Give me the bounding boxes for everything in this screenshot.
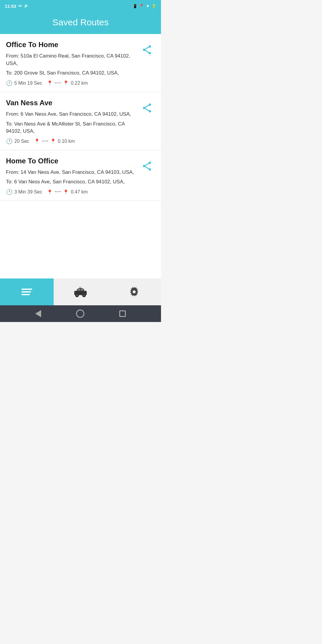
page-title: Saved Routes [5,17,156,27]
route-info-3: Home To Office From: 14 Van Ness Ave, Sa… [6,157,139,195]
svg-point-7 [149,110,151,112]
system-back-button[interactable] [35,310,41,317]
route-meta-3: 🕐 3 Min 39 Sec 📍 📍 0.47 km [6,189,134,195]
status-bar: 11:53 ✂ P 📳 📍 ▼ 🔋 [0,0,161,12]
empty-space [0,201,161,237]
routes-list: Office To Home From: 510a El Camino Real… [0,34,161,278]
route-to-2: To: Van Ness Ave & McAllister St, San Fr… [6,120,134,135]
dotted-line-2 [42,141,48,141]
route-item: Home To Office From: 14 Van Ness Ave, Sa… [0,150,161,201]
svg-line-8 [145,105,148,108]
route-to-1: To: 200 Grove St, San Francisco, CA 9410… [6,69,134,77]
svg-point-5 [149,103,151,106]
svg-point-0 [149,45,151,48]
clock-icon-1: 🕐 [6,80,13,86]
route-name-1: Office To Home [6,41,134,49]
route-meta-2: 🕐 20 Sec 📍 📍 0.10 km [6,138,134,145]
clock-icon-3: 🕐 [6,189,13,195]
home-icon [76,309,84,318]
system-recents-button[interactable] [119,310,126,317]
route-duration-3: 🕐 3 Min 39 Sec [6,189,42,195]
route-distance-2: 📍 📍 0.10 km [34,138,75,144]
share-icon-1 [141,44,153,55]
parking-icon: P [24,4,27,9]
pin-start-icon-3: 📍 [47,189,53,195]
svg-point-10 [149,162,151,164]
share-button-3[interactable] [139,158,155,175]
pin-end-icon-2: 📍 [50,138,56,144]
pin-start-icon-1: 📍 [47,80,53,86]
nav-settings-button[interactable] [107,278,161,305]
svg-point-22 [133,290,136,293]
app-notification-icon: ✂ [18,4,22,8]
vibrate-icon: 📳 [133,4,137,8]
recents-icon [119,310,126,317]
back-icon [35,310,41,317]
status-time: 11:53 [5,4,16,9]
route-item: Van Ness Ave From: 6 Van Ness Ave, San F… [0,92,161,150]
route-to-3: To: 6 Van Ness Ave, San Francisco, CA 94… [6,178,134,186]
wifi-icon: ▼ [146,4,150,8]
status-left: 11:53 ✂ P [5,4,27,9]
svg-line-9 [145,109,148,111]
dotted-line-3 [55,191,61,192]
status-right: 📳 📍 ▼ 🔋 [133,4,156,8]
route-distance-3: 📍 📍 0.47 km [47,189,88,195]
share-icon-2 [141,102,153,114]
route-item: Office To Home From: 510a El Camino Real… [0,34,161,92]
route-meta-1: 🕐 5 Min 19 Sec 📍 📍 0.22 km [6,80,134,86]
svg-line-4 [145,50,148,53]
svg-point-17 [76,295,78,296]
system-home-button[interactable] [76,309,84,318]
page-header: Saved Routes [0,12,161,34]
route-info-2: Van Ness Ave From: 6 Van Ness Ave, San F… [6,99,139,145]
svg-point-19 [83,295,85,296]
car-icon: ≈≈ [73,286,88,298]
route-from-1: From: 510a El Camino Real, San Francisco… [6,52,134,67]
share-button-1[interactable] [139,42,155,59]
dotted-line-1 [55,83,61,83]
battery-icon: 🔋 [151,4,156,8]
pin-end-icon-1: 📍 [63,80,69,86]
bottom-nav: ≈≈ [0,278,161,305]
nav-routes-button[interactable] [0,278,54,305]
svg-point-6 [143,107,145,109]
svg-line-13 [145,163,148,166]
svg-point-1 [143,49,145,51]
nav-map-button[interactable]: ≈≈ [54,278,107,305]
pin-end-icon-3: 📍 [63,189,69,195]
share-icon-3 [141,160,153,172]
routes-icon [21,289,32,295]
route-from-3: From: 14 Van Ness Ave, San Francisco, CA… [6,169,134,176]
route-distance-1: 📍 📍 0.22 km [47,80,88,86]
route-duration-1: 🕐 5 Min 19 Sec [6,80,42,86]
route-info-1: Office To Home From: 510a El Camino Real… [6,41,139,86]
svg-point-11 [143,165,145,167]
route-from-2: From: 6 Van Ness Ave, San Francisco, CA … [6,111,134,118]
svg-text:≈≈: ≈≈ [79,286,82,289]
svg-line-3 [145,47,148,49]
svg-point-12 [149,168,151,171]
svg-line-14 [145,167,148,169]
pin-start-icon-2: 📍 [34,138,40,144]
route-name-2: Van Ness Ave [6,99,134,107]
gear-icon [128,286,140,298]
svg-point-2 [149,52,151,54]
system-nav-bar [0,305,161,322]
share-button-2[interactable] [139,100,155,117]
location-icon: 📍 [139,4,144,8]
clock-icon-2: 🕐 [6,138,13,145]
route-name-3: Home To Office [6,157,134,165]
route-duration-2: 🕐 20 Sec [6,138,29,145]
